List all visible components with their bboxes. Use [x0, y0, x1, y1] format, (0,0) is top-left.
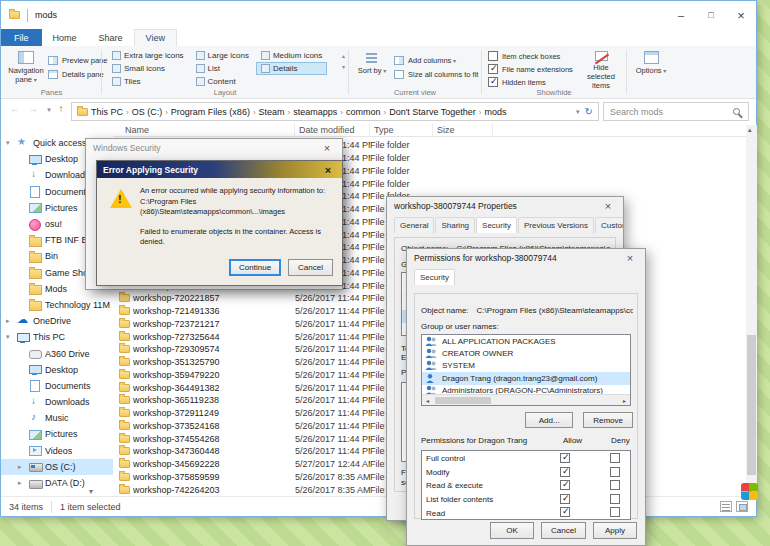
group-list[interactable]: ALL APPLICATION PACKAGESCREATOR OWNERSYS…	[421, 334, 631, 406]
scroll-up-icon[interactable]	[342, 52, 345, 59]
breadcrumb-item-this-pc[interactable]: This PC	[88, 107, 126, 117]
refresh-icon[interactable]	[585, 106, 593, 117]
security-tab[interactable]: Security	[414, 269, 455, 285]
view-option-large-icons[interactable]: Large icons	[191, 49, 254, 62]
minimize-button[interactable]	[666, 1, 696, 29]
breadcrumb-item-mods[interactable]: mods	[481, 107, 509, 117]
cancel-button[interactable]: Cancel	[288, 259, 333, 276]
size-all-columns-button[interactable]: Size all columns to fit	[394, 68, 478, 80]
group-item-creator-owner[interactable]: CREATOR OWNER	[422, 347, 630, 359]
properties-tab-sharing[interactable]: Sharing	[435, 217, 475, 233]
ribbon-tab-home[interactable]: Home	[42, 29, 88, 46]
view-option-list[interactable]: List	[191, 62, 254, 75]
title-bar[interactable]: mods	[1, 1, 756, 29]
sidebar-item-downloads[interactable]: Downloads	[1, 394, 113, 410]
dialog-title-bar[interactable]: workshop-380079744 Properties	[387, 197, 623, 215]
ok-button[interactable]: OK	[490, 522, 534, 539]
breadcrumb-item-os-c[interactable]: OS (C:)	[129, 107, 166, 117]
forward-button[interactable]	[25, 103, 41, 114]
add-button[interactable]: Add...	[525, 412, 573, 428]
hide-selected-items-button[interactable]: Hide selected items	[579, 48, 623, 90]
dialog-title-bar[interactable]: Windows Security	[86, 139, 342, 157]
ribbon-tab-file[interactable]: File	[1, 29, 42, 46]
deny-checkbox[interactable]	[610, 480, 620, 490]
sidebar-item-desktop[interactable]: Desktop	[1, 362, 113, 378]
remove-button[interactable]: Remove	[583, 412, 633, 428]
dialog-title-bar[interactable]: Permissions for workshop-380079744	[407, 249, 645, 267]
view-option-content[interactable]: Content	[191, 75, 254, 88]
deny-checkbox[interactable]	[610, 494, 620, 504]
breadcrumb-item-steamapps[interactable]: steamapps	[290, 107, 340, 117]
sidebar-item-pictures[interactable]: Pictures	[1, 426, 113, 442]
sidebar-item-music[interactable]: Music	[1, 410, 113, 426]
scroll-left-icon[interactable]	[422, 397, 433, 404]
sidebar-item-technology-11m[interactable]: Technology 11M	[1, 297, 113, 313]
deny-checkbox[interactable]	[610, 453, 620, 463]
up-button[interactable]	[53, 103, 69, 114]
sidebar-item-this-pc[interactable]: This PC	[1, 329, 113, 345]
close-icon[interactable]	[319, 142, 335, 154]
properties-tab-general[interactable]: General	[394, 217, 434, 233]
desktop-icon[interactable]	[741, 483, 758, 500]
scroll-right-icon[interactable]	[619, 397, 630, 404]
view-option-small-icons[interactable]: Small icons	[107, 62, 189, 75]
allow-checkbox[interactable]	[560, 494, 570, 504]
vertical-scrollbar[interactable]	[746, 125, 757, 498]
sidebar-scroll-down-icon[interactable]	[89, 487, 93, 496]
scrollbar-thumb[interactable]	[747, 335, 756, 475]
sidebar-item-documents[interactable]: Documents	[1, 378, 113, 394]
dialog-title-bar[interactable]: Error Applying Security	[97, 161, 342, 178]
search-input[interactable]	[610, 107, 733, 117]
back-button[interactable]	[7, 103, 23, 114]
maximize-button[interactable]	[696, 1, 726, 29]
breadcrumb-item-common[interactable]: common	[343, 107, 384, 117]
view-option-tiles[interactable]: Tiles	[107, 75, 189, 88]
large-thumbnails-view-icon[interactable]	[736, 501, 748, 512]
group-item-dragon-trang-dragon-trang23-gmail-com[interactable]: Dragon Trang (dragon.trang23@gmail.com)	[422, 372, 630, 384]
continue-button[interactable]: Continue	[229, 259, 281, 276]
search-box[interactable]	[603, 102, 749, 121]
properties-tab-security[interactable]: Security	[476, 217, 517, 233]
group-item-system[interactable]: SYSTEM	[422, 360, 630, 372]
sidebar-item-data-d[interactable]: DATA (D:)	[1, 475, 113, 491]
column-header-date-modified[interactable]: Date modified	[295, 123, 370, 137]
properties-tab-previous-versions[interactable]: Previous Versions	[518, 217, 594, 233]
deny-checkbox[interactable]	[610, 507, 620, 517]
group-item-all-application-packages[interactable]: ALL APPLICATION PACKAGES	[422, 335, 630, 347]
ribbon-checkbox-item-check-boxes[interactable]: Item check boxes	[488, 51, 573, 61]
apply-button[interactable]: Apply	[593, 522, 637, 539]
view-option-medium-icons[interactable]: Medium icons	[256, 49, 327, 62]
details-pane-button[interactable]: Details pane	[48, 68, 104, 80]
ribbon-checkbox-hidden-items[interactable]: Hidden items	[488, 77, 573, 87]
breadcrumb-item-don-t-starve-together[interactable]: Don't Starve Together	[386, 107, 479, 117]
close-icon[interactable]	[320, 164, 336, 176]
preview-pane-button[interactable]: Preview pane	[48, 54, 107, 66]
close-icon[interactable]	[600, 200, 616, 212]
scroll-down-icon[interactable]	[342, 63, 345, 70]
address-dropdown-icon[interactable]	[576, 108, 580, 116]
allow-checkbox[interactable]	[560, 507, 570, 517]
sidebar-item-videos[interactable]: Videos	[1, 443, 113, 459]
allow-checkbox[interactable]	[560, 480, 570, 490]
add-columns-button[interactable]: Add columns	[394, 54, 456, 66]
chevron-icon[interactable]	[6, 139, 10, 147]
sidebar-item-os-c[interactable]: OS (C:)	[1, 459, 113, 475]
ribbon-tab-view[interactable]: View	[134, 29, 177, 46]
address-bar[interactable]: This PCOS (C:)Program Files (x86)Steamst…	[71, 102, 599, 121]
ribbon-tab-share[interactable]: Share	[88, 29, 134, 46]
view-option-details[interactable]: Details	[256, 62, 327, 75]
chevron-icon[interactable]	[6, 317, 10, 325]
chevron-icon[interactable]	[18, 463, 22, 471]
cancel-button[interactable]: Cancel	[541, 522, 586, 539]
horizontal-scrollbar[interactable]	[422, 394, 630, 405]
layout-scroll-arrows[interactable]	[342, 52, 345, 70]
navigation-pane-button[interactable]: Navigation pane	[6, 48, 46, 90]
breadcrumb-item-program-files-x86[interactable]: Program Files (x86)	[168, 107, 253, 117]
sidebar-item-onedrive[interactable]: OneDrive	[1, 313, 113, 329]
close-button[interactable]	[726, 1, 756, 29]
column-header-size[interactable]: Size	[433, 123, 493, 137]
close-icon[interactable]	[622, 252, 638, 264]
breadcrumb-item-steam[interactable]: Steam	[256, 107, 288, 117]
ribbon-checkbox-file-name-extensions[interactable]: File name extensions	[488, 64, 573, 74]
chevron-icon[interactable]	[6, 333, 10, 341]
